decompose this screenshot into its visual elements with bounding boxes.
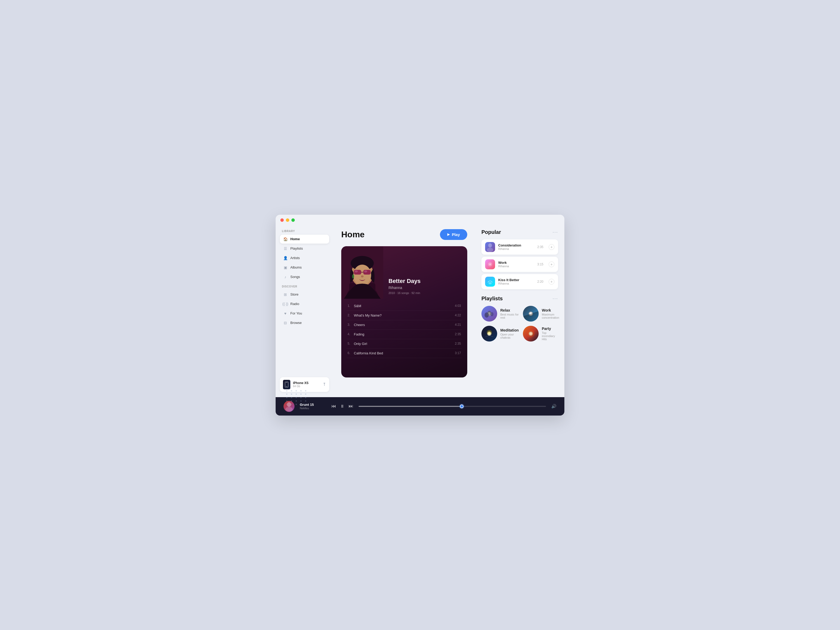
play-button[interactable]: Play (440, 229, 467, 240)
track-duration: 2:35 (537, 245, 543, 249)
sidebar-item-foryou[interactable]: ♥ For You (280, 309, 329, 318)
track-item[interactable]: 2. What's My Name? 4:22 (346, 311, 462, 320)
store-icon: ⊞ (283, 292, 288, 297)
track-thumb-kiss (485, 277, 495, 287)
device-name: iPhone XS (293, 381, 320, 385)
home-icon: 🏠 (283, 237, 288, 242)
sidebar-songs-label: Songs (291, 275, 300, 279)
popular-section-header: Popular ··· (482, 229, 558, 235)
playlist-desc: Maximum concentration (542, 313, 559, 319)
progress-bar[interactable] (358, 406, 546, 407)
svg-point-18 (488, 243, 492, 248)
album-header: Better Days Rihanna 2010 · 16 songs · 92… (341, 246, 467, 299)
track-thumb-consideration (485, 242, 495, 252)
playlist-item-work[interactable]: Work Maximum concentration (523, 306, 559, 322)
playlist-item-relax[interactable]: Relax Best music for rest (482, 306, 519, 322)
sidebar-item-home[interactable]: 🏠 Home (280, 235, 329, 243)
add-track-button[interactable]: + (549, 261, 554, 267)
volume-icon[interactable]: 🔊 (551, 404, 556, 409)
track-info-work: Work Rihanna (498, 261, 534, 268)
track-list: 1. S&M 4:03 2. What's My Name? 4:22 3. C… (341, 299, 467, 361)
track-duration: 2:20 (537, 280, 543, 284)
svg-point-31 (529, 332, 533, 336)
progress-knob[interactable] (460, 404, 464, 408)
artists-icon: 👤 (283, 256, 288, 261)
upload-icon[interactable]: ⤒ (323, 382, 326, 387)
album-meta: 2010 · 16 songs · 92 min (388, 291, 462, 295)
svg-point-16 (352, 274, 354, 278)
playlist-info-relax: Relax Best music for rest (501, 308, 519, 319)
sidebar-item-albums[interactable]: ▣ Albums (280, 263, 329, 272)
device-section: iPhone XS 64 Gb ⤒ (280, 377, 329, 392)
device-icon (283, 380, 291, 389)
track-info-consideration: Consideration Rihanna (498, 243, 534, 250)
popular-title: Popular (482, 229, 501, 235)
sidebar-radio-label: Radio (291, 302, 299, 306)
sidebar-item-songs[interactable]: ♪ Songs (280, 273, 329, 281)
album-artist: Rihanna (388, 286, 462, 290)
playlist-info-work: Work Maximum concentration (542, 308, 559, 319)
playlist-item-party[interactable]: Party Top incendiary Hits (523, 326, 559, 341)
sidebar-item-browse[interactable]: ⊟ Browse (280, 318, 329, 327)
svg-point-29 (488, 331, 491, 334)
playlist-item-meditation[interactable]: Meditation Open your chakras (482, 326, 519, 341)
add-track-button[interactable]: + (549, 244, 554, 250)
sidebar-item-radio[interactable]: ((·)) Radio (280, 300, 329, 308)
playlists-icon: ☰ (283, 246, 288, 251)
track-name: Consideration (498, 243, 534, 247)
track-artist: Rihanna (498, 282, 534, 285)
track-info-kiss: Kiss It Better Rihanna (498, 278, 534, 285)
svg-rect-23 (485, 277, 495, 287)
playlist-info-party: Party Top incendiary Hits (542, 327, 559, 341)
track-item[interactable]: 1. S&M 4:03 (346, 302, 462, 311)
popular-track-kiss[interactable]: Kiss It Better Rihanna 2:20 + (482, 274, 558, 289)
svg-point-15 (361, 275, 363, 278)
playlist-desc: Best music for rest (501, 313, 519, 319)
playlist-desc: Top incendiary Hits (542, 331, 559, 341)
svg-point-9 (353, 265, 371, 286)
close-button[interactable] (280, 218, 284, 222)
browse-icon: ⊟ (283, 321, 288, 325)
sidebar-item-store[interactable]: ⊞ Store (280, 290, 329, 299)
popular-track-consideration[interactable]: Consideration Rihanna 2:35 + (482, 239, 558, 255)
track-item[interactable]: 5. Only Girl 2:35 (346, 339, 462, 349)
sidebar-store-label: Store (291, 292, 298, 296)
track-item[interactable]: 6. California Kind Bed 3:17 (346, 349, 462, 358)
next-button[interactable]: ⏭ (349, 403, 353, 409)
svg-point-34 (285, 407, 293, 412)
sidebar-playlists-label: Playlists (291, 246, 303, 250)
popular-track-work[interactable]: Work Rihanna 3:15 + (482, 257, 558, 272)
track-name: Kiss It Better (498, 278, 534, 282)
svg-point-27 (490, 312, 494, 316)
decoration-dots (286, 390, 308, 405)
svg-point-24 (488, 282, 492, 284)
sidebar-browse-label: Browse (291, 321, 302, 325)
playlist-thumb-meditation (482, 326, 497, 341)
track-item[interactable]: 3. Cheers 4:21 (346, 320, 462, 330)
playlist-thumb-relax (482, 306, 497, 322)
sidebar-home-label: Home (291, 237, 300, 241)
svg-point-22 (489, 264, 491, 265)
minimize-button[interactable] (286, 218, 289, 222)
pause-button[interactable]: ⏸ (340, 404, 344, 409)
previous-button[interactable]: ⏮ (331, 403, 336, 409)
playlists-section-header: Playlists ··· (482, 295, 558, 302)
album-card: Better Days Rihanna 2010 · 16 songs · 92… (341, 246, 467, 377)
maximize-button[interactable] (291, 218, 295, 222)
sidebar-item-playlists[interactable]: ☰ Playlists (280, 244, 329, 253)
songs-icon: ♪ (283, 275, 288, 279)
sidebar-item-artists[interactable]: 👤 Artists (280, 254, 329, 262)
progress-fill (358, 406, 462, 407)
add-track-button[interactable]: + (549, 279, 554, 284)
progress-container[interactable] (358, 406, 546, 407)
playlists-more-button[interactable]: ··· (553, 296, 558, 302)
svg-rect-11 (363, 270, 371, 275)
popular-more-button[interactable]: ··· (553, 229, 558, 235)
playlist-name: Work (542, 308, 559, 313)
playlist-name: Party (542, 327, 559, 331)
track-artist: Rihanna (498, 247, 534, 250)
album-info: Better Days Rihanna 2010 · 16 songs · 92… (383, 270, 467, 299)
titlebar (276, 215, 564, 224)
track-item[interactable]: 4. Fading 2:35 (346, 330, 462, 339)
svg-point-14 (364, 270, 367, 273)
